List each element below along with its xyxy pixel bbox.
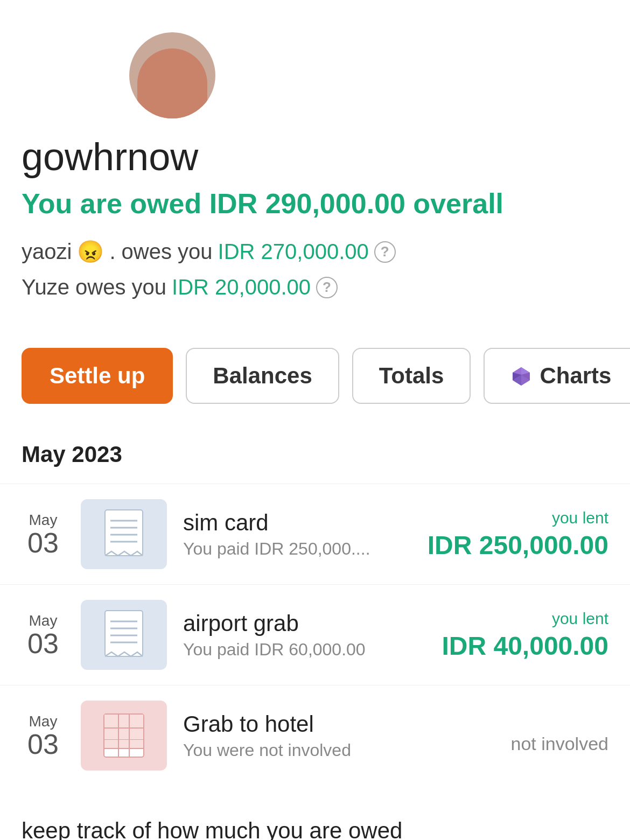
expense-sub-2: You paid IDR 60,000.00 xyxy=(183,640,420,660)
debt-emoji-1: 😠 xyxy=(77,239,104,264)
svg-rect-26 xyxy=(104,729,118,739)
date-col-1: May 03 xyxy=(22,512,65,557)
debt-person-1: yaozi xyxy=(22,240,72,264)
svg-rect-28 xyxy=(130,729,143,739)
actions-row: Settle up Balances Totals Charts xyxy=(0,326,630,431)
date-month-2: May xyxy=(29,612,58,629)
expense-item-grab-hotel[interactable]: May 03 xyxy=(0,685,630,786)
expense-icon-receipt-1 xyxy=(81,499,167,569)
svg-rect-12 xyxy=(105,611,143,656)
charts-button[interactable]: Charts xyxy=(484,348,630,404)
debt-amount-2[interactable]: IDR 20,000.00 xyxy=(172,275,311,299)
svg-rect-27 xyxy=(119,729,129,739)
debt-line-1: yaozi 😠 . owes you IDR 270,000.00 ? xyxy=(22,239,396,264)
date-month-1: May xyxy=(29,512,58,529)
amount-2: IDR 40,000.00 xyxy=(436,631,608,661)
svg-rect-7 xyxy=(105,510,143,556)
help-icon-2[interactable]: ? xyxy=(316,277,338,298)
not-involved-label: not involved xyxy=(436,733,608,754)
gem-icon xyxy=(510,365,532,387)
svg-rect-23 xyxy=(104,715,118,727)
expense-sub-1: You paid IDR 250,000.... xyxy=(183,539,411,559)
svg-rect-31 xyxy=(130,740,143,748)
svg-rect-29 xyxy=(104,740,118,748)
help-icon-1[interactable]: ? xyxy=(374,241,396,263)
date-month-3: May xyxy=(29,713,58,730)
username: gowhrnow xyxy=(22,135,198,179)
expense-amount-col-1: you lent IDR 250,000.00 xyxy=(428,509,608,560)
profile-section: gowhrnow You are owed IDR 290,000.00 ove… xyxy=(0,0,630,326)
svg-rect-25 xyxy=(130,715,143,727)
expense-amount-col-3: not involved xyxy=(436,717,608,754)
svg-rect-24 xyxy=(119,715,129,727)
avatar xyxy=(129,32,215,118)
expense-sub-3: You were not involved xyxy=(183,740,420,760)
lent-label-2: you lent xyxy=(436,610,608,628)
expense-item-airport-grab[interactable]: May 03 airport grab You paid IDR 60,000.… xyxy=(0,584,630,685)
expense-icon-grid xyxy=(81,701,167,771)
settle-up-button[interactable]: Settle up xyxy=(22,348,173,404)
amount-1: IDR 250,000.00 xyxy=(428,530,608,560)
date-day-2: 03 xyxy=(27,629,59,657)
totals-button[interactable]: Totals xyxy=(352,348,471,404)
date-day-1: 03 xyxy=(27,529,59,557)
debt-amount-1[interactable]: IDR 270,000.00 xyxy=(218,240,369,264)
debt-text-1: . owes you xyxy=(109,240,212,264)
expense-icon-receipt-2 xyxy=(81,600,167,670)
debt-person-2: Yuze owes you xyxy=(22,275,166,299)
expense-details-1: sim card You paid IDR 250,000.... xyxy=(183,510,411,559)
debt-line-2: Yuze owes you IDR 20,000.00 ? xyxy=(22,275,338,299)
svg-rect-30 xyxy=(119,740,129,748)
expense-list: May 03 sim card You paid IDR 250,000....… xyxy=(0,484,630,786)
date-col-3: May 03 xyxy=(22,713,65,758)
expense-name-1: sim card xyxy=(183,510,411,536)
expense-amount-col-2: you lent IDR 40,000.00 xyxy=(436,610,608,661)
expense-item-sim-card[interactable]: May 03 sim card You paid IDR 250,000....… xyxy=(0,484,630,584)
month-header: May 2023 xyxy=(0,431,630,484)
owed-overall: You are owed IDR 290,000.00 overall xyxy=(22,187,503,220)
date-col-2: May 03 xyxy=(22,612,65,657)
balances-button[interactable]: Balances xyxy=(186,348,339,404)
expense-details-2: airport grab You paid IDR 60,000.00 xyxy=(183,611,420,660)
expense-details-3: Grab to hotel You were not involved xyxy=(183,711,420,760)
expense-name-3: Grab to hotel xyxy=(183,711,420,737)
lent-label-1: you lent xyxy=(428,509,608,527)
expense-name-2: airport grab xyxy=(183,611,420,636)
charts-label: Charts xyxy=(540,363,611,389)
footer-text: keep track of how much you are owed xyxy=(0,786,630,840)
date-day-3: 03 xyxy=(27,730,59,758)
